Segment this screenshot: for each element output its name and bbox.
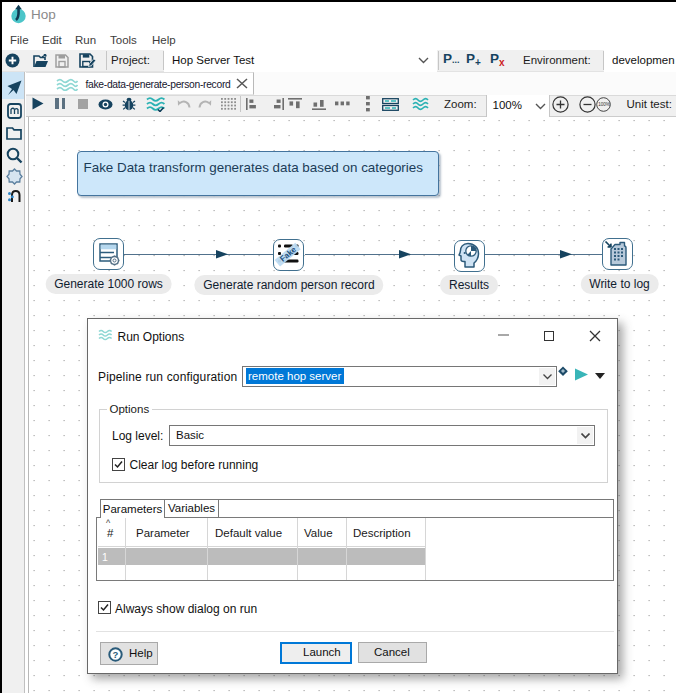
svg-text:100%: 100%	[598, 102, 610, 107]
svg-text:?: ?	[113, 649, 119, 660]
